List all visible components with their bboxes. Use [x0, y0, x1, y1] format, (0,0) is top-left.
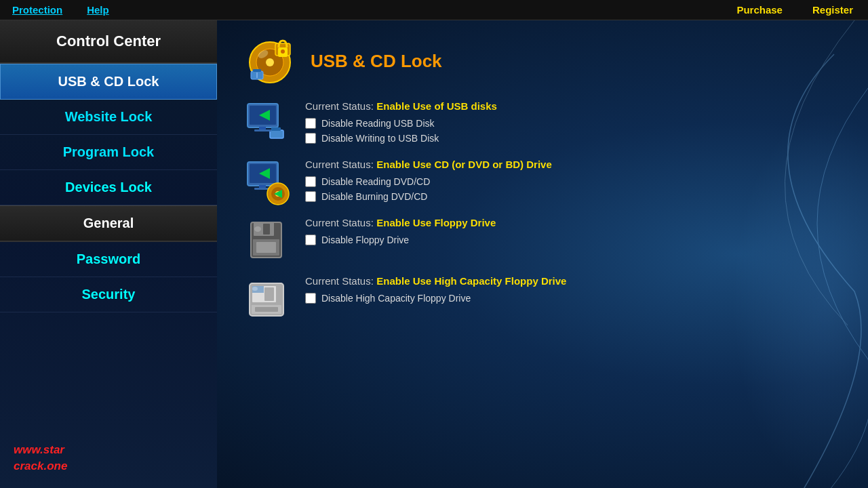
usb-cd-lock-label: USB & CD Lock: [58, 74, 159, 89]
hifloppy-device-block: Current Status: Enable Use High Capacity…: [244, 275, 841, 323]
menu-purchase[interactable]: Purchase: [722, 3, 797, 17]
disable-burn-dvd-label: Disable Burning DVD/CD: [321, 191, 427, 202]
watermark-line1: www.star: [14, 443, 64, 456]
floppy-device-icon: [244, 217, 292, 264]
disable-read-usb-row: Disable Reading USB Disk: [305, 118, 841, 129]
section-header-row: USB & CD Lock: [244, 34, 841, 88]
cd-device-block: Current Status: Enable Use CD (or DVD or…: [244, 159, 841, 206]
usb-device-block: Current Status: Enable Use of USB disks …: [244, 100, 841, 148]
disable-hifloppy-label: Disable High Capacity Floppy Drive: [321, 293, 471, 304]
svg-point-6: [281, 49, 285, 54]
sidebar-general[interactable]: General: [0, 205, 217, 242]
sidebar-item-website-lock[interactable]: Website Lock: [0, 100, 217, 135]
website-lock-label: Website Lock: [65, 109, 153, 125]
cd-status-label: Current Status:: [305, 159, 374, 170]
menu-help[interactable]: Help: [75, 3, 121, 17]
sidebar-item-password[interactable]: Password: [0, 242, 217, 277]
hifloppy-device-info: Current Status: Enable Use High Capacity…: [305, 275, 841, 308]
floppy-status-row: Current Status: Enable Use Floppy Drive: [305, 217, 841, 229]
disable-floppy-row: Disable Floppy Drive: [305, 235, 841, 245]
top-bar-right-menu: Purchase Register: [722, 3, 868, 17]
disable-read-dvd-label: Disable Reading DVD/CD: [321, 176, 430, 187]
disable-hifloppy-checkbox[interactable]: [305, 293, 316, 304]
svg-point-38: [252, 287, 258, 291]
disable-write-usb-row: Disable Writing to USB Disk: [305, 133, 841, 144]
control-center-label: Control Center: [56, 33, 161, 50]
program-lock-label: Program Lock: [63, 144, 154, 160]
hifloppy-status-value: Enable Use High Capacity Floppy Drive: [376, 275, 566, 287]
disable-read-usb-label: Disable Reading USB Disk: [321, 118, 435, 129]
sidebar-item-program-lock[interactable]: Program Lock: [0, 135, 217, 170]
floppy-device-info: Current Status: Enable Use Floppy Drive …: [305, 217, 841, 249]
disable-write-usb-checkbox[interactable]: [305, 133, 316, 144]
floppy-status-value: Enable Use Floppy Drive: [376, 217, 496, 228]
password-label: Password: [77, 251, 140, 267]
watermark: www.star crack.one: [14, 442, 67, 474]
svg-rect-30: [256, 242, 276, 253]
top-bar: Protection Help Purchase Register: [0, 0, 868, 20]
disable-read-dvd-checkbox[interactable]: [305, 176, 316, 187]
sidebar-item-devices-lock[interactable]: Devices Lock: [0, 170, 217, 205]
cd-device-icon: [244, 159, 292, 206]
main-layout: Control Center USB & CD Lock Website Loc…: [0, 20, 868, 488]
floppy-device-block: Current Status: Enable Use Floppy Drive …: [244, 217, 841, 264]
watermark-line2: crack.one: [14, 460, 67, 472]
svg-rect-8: [253, 69, 261, 72]
usb-status-label: Current Status:: [305, 100, 374, 112]
devices-lock-label: Devices Lock: [65, 180, 152, 195]
usb-device-info: Current Status: Enable Use of USB disks …: [305, 100, 841, 148]
disable-burn-dvd-checkbox[interactable]: [305, 191, 316, 202]
svg-rect-13: [270, 130, 283, 138]
svg-rect-34: [264, 287, 274, 301]
usb-cd-lock-icon: [244, 34, 298, 88]
disable-floppy-label: Disable Floppy Drive: [321, 235, 409, 245]
disable-hifloppy-row: Disable High Capacity Floppy Drive: [305, 293, 841, 304]
svg-rect-16: [254, 129, 271, 131]
sidebar-item-usb-cd-lock[interactable]: USB & CD Lock: [0, 64, 217, 100]
security-label: Security: [82, 287, 136, 302]
sidebar-control-center[interactable]: Control Center: [0, 20, 217, 64]
svg-point-2: [266, 58, 274, 66]
svg-point-31: [254, 226, 261, 232]
cd-status-row: Current Status: Enable Use CD (or DVD or…: [305, 159, 841, 171]
disable-floppy-checkbox[interactable]: [305, 235, 316, 245]
disable-read-usb-checkbox[interactable]: [305, 118, 316, 129]
section-title: USB & CD Lock: [311, 51, 442, 72]
cd-device-info: Current Status: Enable Use CD (or DVD or…: [305, 159, 841, 206]
floppy-status-label: Current Status:: [305, 217, 374, 228]
usb-status-row: Current Status: Enable Use of USB disks: [305, 100, 841, 113]
svg-rect-28: [263, 224, 270, 235]
hifloppy-device-icon: [244, 275, 292, 323]
usb-device-icon: [244, 100, 292, 148]
menu-register[interactable]: Register: [797, 3, 868, 17]
sidebar-item-security[interactable]: Security: [0, 277, 217, 312]
svg-rect-14: [271, 127, 281, 131]
menu-protection[interactable]: Protection: [0, 3, 75, 17]
usb-status-value: Enable Use of USB disks: [376, 100, 497, 112]
content-area: USB & CD Lock: [217, 20, 868, 488]
disable-burn-dvd-row: Disable Burning DVD/CD: [305, 191, 841, 202]
disable-write-usb-label: Disable Writing to USB Disk: [321, 133, 439, 144]
general-label: General: [83, 216, 134, 231]
cd-status-value: Enable Use CD (or DVD or BD) Drive: [376, 159, 551, 170]
svg-rect-36: [255, 307, 278, 312]
disable-read-dvd-row: Disable Reading DVD/CD: [305, 176, 841, 187]
sidebar: Control Center USB & CD Lock Website Loc…: [0, 20, 217, 488]
hifloppy-status-label: Current Status:: [305, 275, 374, 287]
top-bar-left-menu: Protection Help: [0, 3, 121, 17]
hifloppy-status-row: Current Status: Enable Use High Capacity…: [305, 275, 841, 287]
